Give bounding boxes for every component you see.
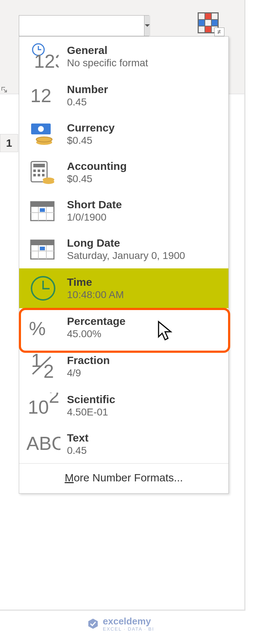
watermark-brand: exceldemy [103,616,154,627]
svg-rect-14 [38,174,40,176]
format-sample: $0.45 [67,173,222,185]
format-sample: 45.00% [67,328,222,340]
svg-text:1: 1 [31,352,42,371]
combo-dropdown-arrow[interactable] [144,16,150,36]
watermark: exceldemy EXCEL · DATA · BI [87,616,154,632]
format-sample: 4.50E-01 [67,406,222,418]
group-dialog-launcher-icon[interactable] [0,85,9,94]
format-sample: 1/0/1900 [67,212,222,223]
svg-point-17 [43,180,54,184]
format-name: Long Date [67,237,222,249]
format-name: Number [67,83,222,96]
watermark-sub: EXCEL · DATA · BI [103,626,154,632]
format-option-scientific[interactable]: 10 2 Scientific 4.50E-01 [19,386,228,425]
format-name: General [67,44,222,57]
format-option-number[interactable]: 12 Number 0.45 [19,76,228,115]
currency-icon [26,121,60,147]
format-option-time[interactable]: Time 10:48:00 AM [19,268,228,308]
format-sample: $0.45 [67,135,222,146]
format-name: Time [67,276,222,288]
svg-text:2: 2 [43,361,54,381]
conditional-formatting-icon: ≠ [198,12,224,36]
more-accelerator: M [65,472,74,484]
format-name: Scientific [67,393,222,406]
svg-text:%: % [29,318,46,339]
format-option-fraction[interactable]: 1 2 Fraction 4/9 [19,347,228,386]
format-option-currency[interactable]: Currency $0.45 [19,115,228,153]
svg-point-4 [38,126,44,132]
format-sample: No specific format [67,57,222,69]
svg-rect-29 [40,247,45,250]
number-format-input[interactable] [19,16,144,36]
svg-rect-15 [42,174,45,176]
format-name: Text [67,432,222,444]
format-option-general[interactable]: 123 General No specific format [19,37,228,76]
format-sample: 0.45 [67,96,222,108]
row-header-label: 1 [6,137,12,149]
svg-text:123: 123 [34,51,59,71]
svg-text:2: 2 [49,393,59,407]
format-option-text[interactable]: ABC Text 0.45 [19,425,228,463]
scientific-icon: 10 2 [26,393,60,419]
not-equal-icon: ≠ [214,28,224,36]
format-option-percentage[interactable]: % Percentage 45.00% [19,308,228,347]
format-name: Currency [67,122,222,134]
svg-text:ABC: ABC [26,434,60,454]
svg-rect-13 [33,174,36,176]
format-name: Fraction [67,354,222,367]
format-name: Accounting [67,160,222,172]
number-icon: 12 [26,85,60,106]
accounting-icon [26,159,60,185]
row-header[interactable]: 1 [0,134,18,152]
svg-rect-11 [38,170,40,172]
number-format-combo[interactable] [19,15,149,36]
percentage-icon: % [26,315,60,340]
more-number-formats[interactable]: More Number Formats... [19,464,228,493]
format-sample: 4/9 [67,367,222,379]
svg-rect-19 [31,202,54,207]
format-option-longdate[interactable]: Long Date Saturday, January 0, 1900 [19,230,228,268]
watermark-logo-icon [87,618,99,630]
general-icon: 123 [26,42,60,71]
format-option-accounting[interactable]: Accounting $0.45 [19,153,228,192]
format-sample: Saturday, January 0, 1900 [67,250,222,262]
svg-rect-23 [40,208,45,212]
fraction-icon: 1 2 [26,352,60,381]
shortdate-icon [26,198,60,223]
svg-rect-9 [33,164,45,167]
format-sample: 0.45 [67,445,222,456]
more-label: ore Number Formats... [74,472,183,484]
format-sample: 10:48:00 AM [67,289,222,301]
time-icon [26,274,60,302]
format-name: Short Date [67,198,222,211]
number-format-dropdown: 123 General No specific format 12 Number… [19,36,229,494]
format-name: Percentage [67,315,222,327]
format-option-shortdate[interactable]: Short Date 1/0/1900 [19,192,228,230]
svg-rect-25 [31,240,54,245]
svg-text:10: 10 [28,397,49,418]
svg-rect-10 [33,170,36,172]
longdate-icon [26,237,60,262]
text-icon: ABC [26,434,60,454]
svg-rect-12 [42,170,45,172]
svg-text:12: 12 [30,85,51,106]
